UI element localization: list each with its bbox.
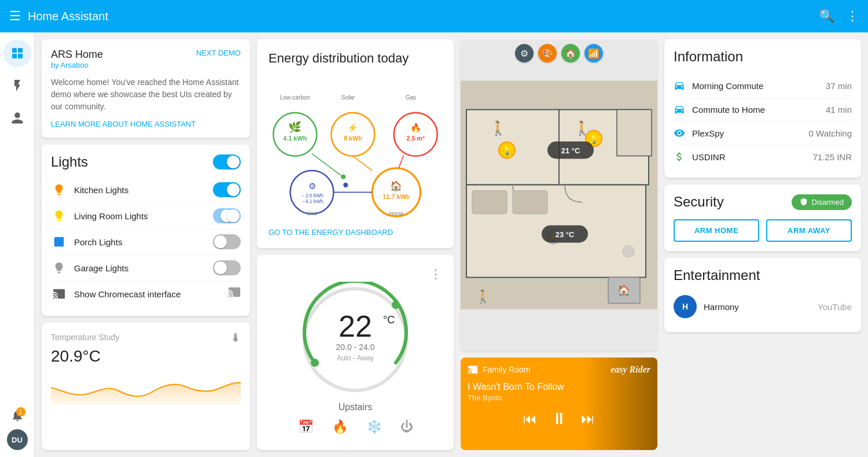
morning-commute-value: 37 min [826,81,852,91]
sidebar-item-dashboard[interactable] [3,39,31,67]
sidebar-item-people[interactable] [3,104,31,132]
svg-text:11.7 kWh: 11.7 kWh [382,193,410,200]
topnav: ☰ Home Assistant 🔍 ⋮ [0,0,868,32]
living-room-lights-toggle[interactable] [213,208,241,223]
svg-point-33 [311,359,319,367]
lights-master-toggle[interactable] [213,154,241,169]
energy-dashboard-link[interactable]: GO TO THE ENERGY DASHBOARD [269,228,442,237]
svg-point-34 [392,301,400,309]
list-item: Kitchen Lights [51,177,241,203]
floorplan-home-icon[interactable]: 🏠 [561,44,580,62]
information-card: Information Morning Commute 37 min Commu… [664,39,861,178]
media-card: Family Room easy Rider I Wasn't Born To … [461,358,657,450]
thermostat-controls: 📅 🔥 ❄️ ⏻ [298,419,413,434]
garage-lights-label: Garage Lights [74,263,206,273]
svg-text:20.0 - 24.0: 20.0 - 24.0 [336,342,375,352]
kitchen-lights-toggle[interactable] [213,182,241,197]
learn-more-link[interactable]: LEARN MORE ABOUT HOME ASSISTANT [51,120,241,128]
arm-home-button[interactable]: ARM HOME [674,219,759,242]
eye-icon [674,127,685,139]
svg-text:🔥: 🔥 [410,123,421,133]
security-buttons: ARM HOME ARM AWAY [674,219,852,242]
media-pause-button[interactable]: ⏸ [551,409,567,428]
thermostat-flame-icon[interactable]: 🔥 [332,419,348,434]
harmony-logo: H [674,295,697,318]
svg-text:←2.5 kWh: ←2.5 kWh [301,193,323,198]
hamburger-icon[interactable]: ☰ [9,9,21,24]
security-status-badge: Disarmed [792,194,852,210]
chromecast-icon [51,286,67,302]
bulb-icon [51,182,67,198]
commute-home-value: 41 min [826,105,852,115]
svg-text:21 °C: 21 °C [561,146,580,155]
svg-text:2.5 m³: 2.5 m³ [407,135,425,142]
thermostat-schedule-icon[interactable]: 📅 [298,419,314,434]
porch-lights-toggle[interactable] [213,234,241,249]
welcome-text: Welcome home! You've reached the Home As… [51,76,241,113]
svg-rect-56 [513,191,547,214]
svg-text:→6.1 kWh: →6.1 kWh [301,198,323,204]
svg-text:🚶: 🚶 [475,289,491,304]
list-item: USDINR 71.25 INR [674,145,852,168]
next-demo-button[interactable]: NEXT DEMO [196,49,241,57]
cast-action-icon[interactable] [228,286,241,302]
energy-diagram-svg: Low-carbon Solar Gas 🌿 4.1 kWh ⚡ 8 kWh 🔥… [269,78,442,239]
center-column: Energy distribution today Low-carbon Sol… [257,39,454,450]
entertainment-card: Entertainment H Harmony YouTube [664,258,861,332]
energy-title: Energy distribution today [269,51,442,66]
svg-text:🚶: 🚶 [490,120,507,137]
temp-study-value: 20.9°C [51,347,241,366]
usdinr-label: USDINR [692,152,806,162]
bulb-icon [51,260,67,276]
list-item: Commute to Home 41 min [674,98,852,121]
svg-text:Low-carbon: Low-carbon [280,94,310,101]
home-by[interactable]: by Arsaboo [51,61,103,69]
list-item: Garage Lights [51,255,241,281]
thermostat-snowflake-icon[interactable]: ❄️ [366,419,382,434]
cast-icon [468,364,478,375]
user-avatar[interactable]: DU [7,429,28,450]
search-icon[interactable]: 🔍 [819,9,834,24]
car-icon [674,104,685,115]
dollar-icon [674,151,685,163]
svg-text:4.1 kWh: 4.1 kWh [283,135,307,142]
floorplan-color-icon[interactable]: 🎨 [538,44,557,62]
svg-point-31 [343,183,348,187]
sidebar-item-automations[interactable] [3,72,31,99]
garage-lights-toggle[interactable] [213,260,241,275]
chromecast-label: Show Chromecast interface [74,289,221,299]
arm-away-button[interactable]: ARM AWAY [766,219,852,242]
svg-text:⚡: ⚡ [347,123,358,133]
left-column: ARS Home by Arsaboo NEXT DEMO Welcome ho… [42,39,250,450]
list-item: Morning Commute 37 min [674,74,852,98]
security-title: Security [674,194,724,210]
list-item: H Harmony YouTube [674,290,852,323]
morning-commute-label: Morning Commute [692,81,819,91]
bulb-icon [51,208,67,224]
media-next-button[interactable]: ⏭ [581,411,595,427]
shield-icon [800,198,808,206]
svg-text:Solar: Solar [341,94,355,101]
more-options-icon[interactable]: ⋮ [846,9,859,24]
floorplan-wifi-icon[interactable]: 📶 [584,44,603,62]
svg-text:8 kWh: 8 kWh [344,135,362,142]
media-artist: The Byrds [468,393,650,402]
svg-text:💡: 💡 [502,146,513,156]
car-icon [674,80,685,91]
thermostat-power-icon[interactable]: ⏻ [400,419,413,434]
media-song: I Wasn't Born To Follow [468,382,650,392]
svg-rect-0 [12,48,17,53]
svg-rect-1 [18,48,23,53]
temp-chart [51,370,241,405]
thermostat-menu-icon[interactable]: ⋮ [429,267,442,282]
floorplan-settings-icon[interactable]: ⚙ [515,44,534,62]
energy-card: Energy distribution today Low-carbon Sol… [257,39,454,248]
media-prev-button[interactable]: ⏮ [523,411,537,427]
svg-text:Auto - Away: Auto - Away [337,354,374,362]
kitchen-lights-label: Kitchen Lights [74,185,206,195]
svg-point-50 [623,246,634,257]
svg-text:🏠: 🏠 [617,284,631,297]
porch-lights-label: Porch Lights [74,237,206,247]
porch-light-icon [51,234,67,250]
notification-count: 1 [16,407,25,417]
